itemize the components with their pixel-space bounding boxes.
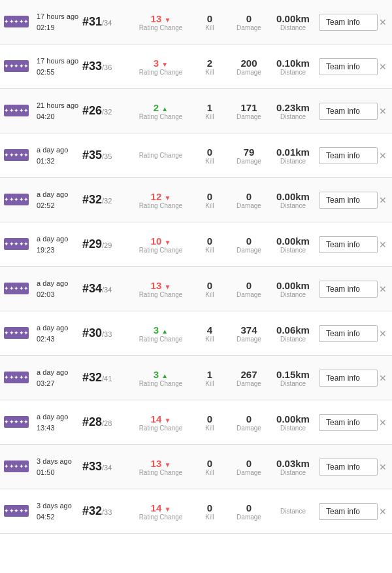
team-info-button[interactable]: Team info — [319, 459, 378, 476]
distance-value: 0.03km — [276, 458, 310, 469]
player-icon: ✦✦✦✦✦ — [4, 105, 29, 116]
rank-total: /32 — [102, 108, 112, 116]
kill-value: 0 — [207, 235, 212, 247]
player-icon-col: ✦✦✦✦✦ — [4, 60, 37, 73]
rating-value: 10 ▼ — [151, 235, 171, 247]
time-ago: 17 hours ago — [37, 56, 82, 67]
rating-col: 14 ▼Rating Change — [131, 413, 190, 432]
rank-number: #32 — [82, 504, 102, 517]
damage-value: 0 — [246, 280, 252, 291]
match-rank: #32/32 — [82, 193, 131, 207]
rank-total: /36 — [102, 63, 112, 71]
rating-label: Rating Change — [131, 113, 190, 120]
rank-number: #33 — [82, 460, 102, 473]
rating-col: 2 ▲Rating Change — [131, 102, 190, 120]
rating-label: Rating Change — [131, 469, 190, 476]
team-info-button[interactable]: Team info — [319, 236, 378, 253]
distance-col: 0.00kmDistance — [269, 191, 318, 209]
kill-value: 0 — [207, 413, 212, 425]
kill-col: 2Kill — [190, 58, 229, 76]
team-btn-wrapper: Team info ✕ — [319, 503, 388, 520]
damage-value: 0 — [246, 235, 252, 247]
kill-col: 0Kill — [190, 458, 229, 476]
team-close-button[interactable]: ✕ — [378, 195, 388, 205]
rating-value: 3 ▲ — [154, 369, 168, 380]
match-time: a day ago02:43 — [37, 322, 82, 344]
team-close-button[interactable]: ✕ — [378, 417, 388, 428]
player-icon-col: ✦✦✦✦✦ — [4, 416, 37, 429]
team-info-button[interactable]: Team info — [319, 503, 378, 520]
team-info-button[interactable]: Team info — [319, 14, 378, 31]
team-info-button[interactable]: Team info — [319, 325, 378, 342]
team-close-button[interactable]: ✕ — [378, 462, 388, 472]
rank-total: /28 — [102, 419, 112, 427]
rating-col: 14 ▼Rating Change — [131, 502, 190, 521]
distance-label: Distance — [269, 202, 318, 209]
match-rank: #33/34 — [82, 460, 131, 474]
match-time: a day ago02:52 — [37, 189, 82, 211]
match-row: ✦✦✦✦✦a day ago13:43#28/2814 ▼Rating Chan… — [0, 400, 392, 445]
rating-col: 3 ▼Rating Change — [131, 58, 190, 76]
kill-col: 0Kill — [190, 280, 229, 298]
arrow-down-icon: ▼ — [161, 61, 168, 68]
team-close-button[interactable]: ✕ — [378, 373, 388, 383]
match-rank: #30/33 — [82, 326, 131, 340]
team-close-button[interactable]: ✕ — [378, 284, 388, 294]
player-icon-col: ✦✦✦✦✦ — [4, 16, 37, 29]
team-close-button[interactable]: ✕ — [378, 106, 388, 116]
team-info-button[interactable]: Team info — [319, 58, 378, 75]
match-row: ✦✦✦✦✦17 hours ago02:19#31/3413 ▼Rating C… — [0, 0, 392, 44]
player-icon: ✦✦✦✦✦ — [4, 327, 29, 339]
match-time: 3 days ago01:50 — [37, 456, 82, 477]
rating-label: Rating Change — [131, 202, 190, 209]
match-rank: #26/32 — [82, 104, 131, 118]
time-clock: 13:43 — [37, 423, 82, 434]
team-close-button[interactable]: ✕ — [378, 61, 388, 72]
rank-total: /32 — [102, 197, 112, 205]
arrow-up-icon: ▲ — [161, 105, 168, 113]
damage-label: Damage — [229, 158, 269, 165]
damage-value: 0 — [246, 458, 252, 469]
kill-value: 0 — [207, 280, 212, 291]
distance-col: 0.15kmDistance — [269, 369, 318, 387]
team-btn-wrapper: Team info ✕ — [319, 14, 388, 31]
match-time: 3 days ago04:52 — [37, 500, 82, 522]
team-info-button[interactable]: Team info — [319, 192, 378, 209]
match-row: ✦✦✦✦✦a day ago02:52#32/3212 ▼Rating Chan… — [0, 178, 392, 222]
team-info-button[interactable]: Team info — [319, 147, 378, 164]
team-info-button[interactable]: Team info — [319, 414, 378, 431]
team-btn-col: Team info ✕ — [319, 236, 388, 253]
time-ago: 21 hours ago — [37, 100, 82, 111]
kill-col: 0Kill — [190, 502, 229, 521]
distance-value: 0.00km — [276, 280, 310, 291]
time-clock: 04:52 — [37, 512, 82, 523]
distance-label: Distance — [269, 291, 318, 298]
rank-total: /29 — [102, 241, 112, 249]
team-close-button[interactable]: ✕ — [378, 328, 388, 339]
team-close-button[interactable]: ✕ — [378, 150, 388, 161]
team-info-button[interactable]: Team info — [319, 370, 378, 387]
time-clock: 02:43 — [37, 334, 82, 345]
team-close-button[interactable]: ✕ — [378, 17, 388, 27]
match-row: ✦✦✦✦✦a day ago02:43#30/333 ▲Rating Chang… — [0, 311, 392, 356]
arrow-down-icon: ▼ — [164, 194, 171, 201]
team-info-button[interactable]: Team info — [319, 281, 378, 298]
arrow-down-icon: ▼ — [164, 417, 171, 424]
time-clock: 19:23 — [37, 245, 82, 256]
distance-value: 0.00km — [276, 235, 310, 247]
team-btn-col: Team info ✕ — [319, 14, 388, 31]
rank-number: #31 — [82, 15, 102, 28]
distance-col: 0.00kmDistance — [269, 280, 318, 298]
player-icon-col: ✦✦✦✦✦ — [4, 194, 37, 207]
team-close-button[interactable]: ✕ — [378, 506, 388, 517]
team-btn-wrapper: Team info ✕ — [319, 459, 388, 476]
distance-value: 0.06km — [276, 324, 310, 336]
player-icon-col: ✦✦✦✦✦ — [4, 238, 37, 251]
kill-value: 0 — [207, 147, 212, 158]
rating-col: 10 ▼Rating Change — [131, 235, 190, 254]
match-rank: #32/33 — [82, 504, 131, 518]
match-rank: #28/28 — [82, 415, 131, 429]
team-info-button[interactable]: Team info — [319, 103, 378, 120]
team-close-button[interactable]: ✕ — [378, 239, 388, 250]
damage-label: Damage — [229, 513, 269, 521]
